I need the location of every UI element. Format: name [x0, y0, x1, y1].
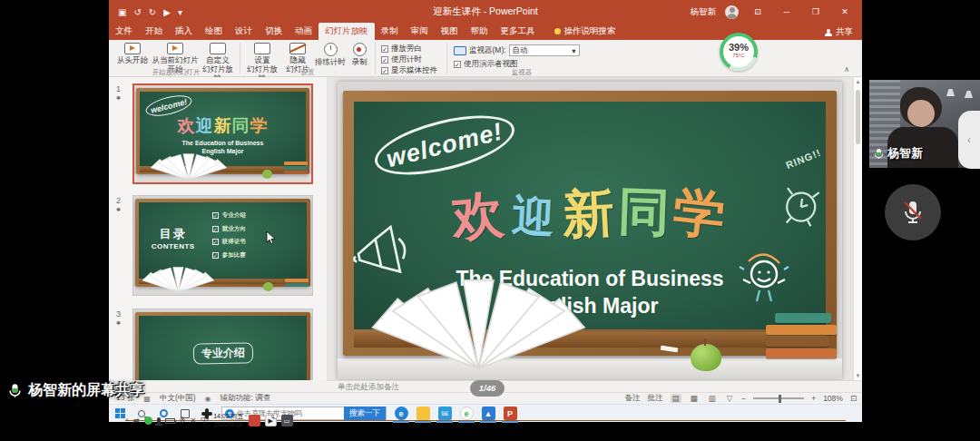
notes-toggle[interactable]: 备注 [625, 393, 641, 404]
minimize-button[interactable]: ─ [777, 7, 797, 16]
slide-sorter-icon[interactable]: ▦ [689, 394, 700, 403]
open-book-doodle [368, 266, 590, 379]
tab-design[interactable]: 设计 [229, 23, 259, 40]
book-stack-graphic [284, 161, 308, 174]
checkbox-icon: ✓ [381, 67, 388, 74]
undo-icon[interactable]: ↺ [133, 7, 141, 17]
cpu-percent: 39% [723, 42, 754, 53]
notification-app-icon[interactable] [249, 415, 260, 426]
hidden-icons-chevron[interactable]: ^ [125, 416, 129, 425]
tab-transitions[interactable]: 切换 [259, 23, 289, 40]
animation-star-icon: ✱ [116, 95, 121, 103]
tab-view[interactable]: 视图 [435, 23, 465, 40]
taskbar-clock[interactable]: 14:03 周五2022/9/16 [213, 413, 243, 429]
qat-more-icon[interactable]: ▾ [178, 7, 182, 17]
ribbon-display-options-icon[interactable]: ⊡ [748, 7, 768, 16]
slide-thumbnail-1[interactable]: welcome! 欢迎新同学 The Education of Business… [132, 83, 313, 184]
notes-pane[interactable]: 单击此处添加备注 [327, 380, 862, 392]
vertical-scrollbar[interactable]: ▲ ▼ [853, 77, 862, 380]
rehearse-timings-button[interactable]: 排练计时 [314, 43, 347, 67]
ime-indicator[interactable]: 中 [201, 415, 209, 426]
from-beginning-button[interactable]: 从头开始 [114, 43, 151, 65]
check-icon: ✓ [212, 252, 219, 259]
tab-animations[interactable]: 动画 [289, 23, 318, 40]
zoom-out-icon[interactable]: − [741, 394, 746, 403]
tray-misc-icon[interactable]: ※ [180, 416, 186, 425]
tab-insert[interactable]: 插入 [169, 23, 199, 40]
tab-slideshow[interactable]: 幻灯片放映 [318, 23, 375, 40]
scrollbar-thumb[interactable] [856, 90, 860, 144]
tell-me-search[interactable]: 操作说明搜索 [554, 25, 616, 40]
account-name[interactable]: 杨智新 [691, 6, 717, 18]
present-icon[interactable]: ▶ [163, 7, 171, 17]
media-play-icon[interactable]: ▶1 [265, 415, 277, 426]
tray-mic-icon[interactable] [157, 417, 161, 424]
group-label-monitor: 监视器 [454, 68, 590, 77]
restore-button[interactable]: ❐ [806, 7, 826, 16]
taskbar-search-box[interactable]: e 你去克隆去世宠物吗 搜索一下 [221, 407, 387, 420]
temperature: 75°C [723, 53, 754, 58]
check-icon: ✓ [212, 212, 219, 219]
tab-more-tools[interactable]: 更多工具 [495, 23, 542, 40]
book-stack-graphic [285, 278, 309, 287]
record-icon [353, 43, 367, 56]
collapse-ribbon-icon[interactable]: ∧ [844, 65, 849, 74]
slide-thumbnail-3[interactable]: 专业介绍 [132, 309, 313, 380]
mouse-cursor [266, 231, 276, 245]
scroll-up-icon[interactable]: ▲ [854, 79, 862, 84]
record-button[interactable]: 录制 [348, 43, 371, 67]
reading-view-icon[interactable]: ▥ [707, 394, 718, 403]
use-timings-checkbox[interactable]: ✓ 使用计时 [381, 54, 422, 65]
monitor-icon [454, 46, 466, 55]
save-icon[interactable]: ▣ [118, 7, 126, 17]
accessibility-status[interactable]: 辅助功能: 调查 [220, 393, 271, 404]
tab-file[interactable]: 文件 [109, 23, 139, 40]
fit-slide-icon[interactable]: ⊡ [850, 394, 857, 403]
performance-badge[interactable]: 39% 75°C [720, 33, 758, 71]
normal-view-icon[interactable]: ▤ [671, 394, 681, 403]
tab-review[interactable]: 审阅 [405, 23, 435, 40]
scroll-down-icon[interactable]: ▼ [854, 373, 862, 378]
zoom-level[interactable]: 108% [823, 394, 843, 403]
search-go-button[interactable]: 搜索一下 [344, 407, 386, 420]
toc-heading: 目录 CONTENTS [152, 226, 195, 250]
book-stack-graphic [766, 311, 837, 358]
show-media-controls-checkbox[interactable]: ✓ 显示媒体控件 [381, 65, 437, 76]
microphone-muted-button[interactable] [885, 184, 941, 240]
action-center-icon[interactable]: ▭ [281, 415, 293, 426]
battery-icon[interactable] [165, 418, 175, 424]
alarm-clock-doodle [769, 173, 833, 237]
tab-draw[interactable]: 绘图 [199, 23, 229, 40]
close-button[interactable]: ✕ [835, 7, 855, 16]
comments-toggle[interactable]: 批注 [648, 393, 663, 404]
clock-icon [324, 43, 338, 56]
sync-icon[interactable]: ⇄ [133, 416, 140, 425]
share-button[interactable]: 共享 [825, 26, 853, 38]
redo-icon[interactable]: ↻ [149, 7, 156, 17]
slide-thumbnail-2[interactable]: 目录 CONTENTS ✓专业介绍 ✓就业方向 ✓获得证书 ✓参加比赛 [132, 195, 313, 296]
account-avatar[interactable] [725, 5, 739, 19]
spellcheck-icon[interactable]: ▦ [143, 395, 151, 403]
windows-taskbar: e 你去克隆去世宠物吗 搜索一下 e ✉ e ▲ P ^ [109, 404, 862, 422]
monitor-dropdown[interactable]: 自动 ▾ [509, 44, 580, 56]
toc-items: ✓专业介绍 ✓就业方向 ✓获得证书 ✓参加比赛 [212, 211, 246, 264]
play-narration-checkbox[interactable]: ✓ 播放旁白 [381, 44, 422, 54]
current-slide[interactable]: welcome! 欢迎新同学 The Education of Business… [338, 82, 842, 379]
tab-home[interactable]: 开始 [139, 23, 169, 40]
panel-collapse-tab[interactable]: ‹ [958, 111, 980, 169]
antivirus-icon[interactable] [144, 416, 152, 425]
monitor-select-row: 监视器(M): 自动 ▾ [454, 44, 580, 56]
group-label-start: 开始放映幻灯片 [114, 68, 238, 77]
volume-muted-icon[interactable]: ✕ [190, 416, 196, 425]
tab-help[interactable]: 帮助 [465, 23, 495, 40]
zoom-slider[interactable] [753, 397, 804, 399]
language-status[interactable]: 中文(中国) [160, 393, 196, 404]
accessibility-icon: ◉ [205, 395, 211, 403]
window-title: 迎新生课件 - PowerPoint [433, 5, 538, 18]
conference-stage: ▣ ↺ ↻ ▶ ▾ 迎新生课件 - PowerPoint 杨智新 ⊡ ─ ❐ ✕… [0, 0, 980, 441]
hide-slide-icon [289, 43, 306, 54]
slideshow-view-icon[interactable]: ▽ [725, 394, 735, 403]
tab-record[interactable]: 录制 [375, 23, 405, 40]
zoom-in-icon[interactable]: + [811, 394, 816, 403]
mic-muted-icon [899, 199, 926, 226]
